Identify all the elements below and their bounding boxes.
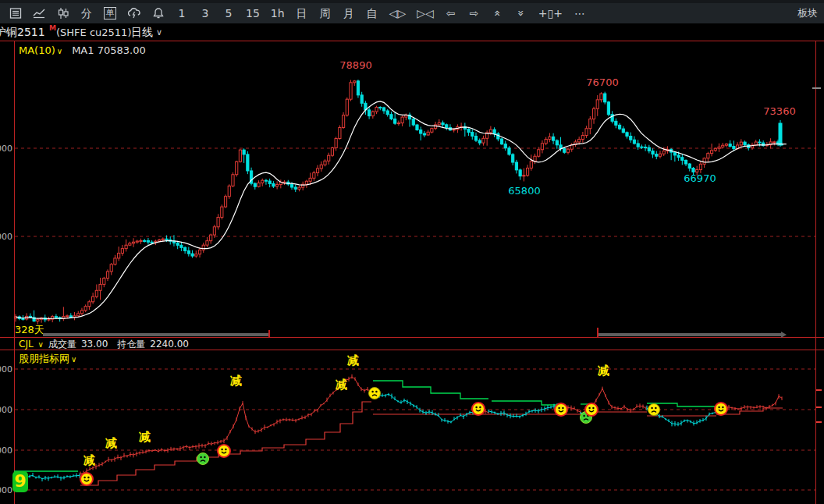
candle-body [416,125,418,130]
candle-body [176,243,179,245]
candle-body [725,144,727,146]
candle-body [228,186,230,196]
price-annotation: 73360 [763,105,795,117]
period-custom[interactable]: 自 [366,7,378,20]
candle-body [641,147,643,147]
indicator-price-line [80,377,371,474]
candle-body [423,133,425,135]
candle-body [427,132,429,135]
candle-body [69,316,72,318]
candle-body [382,108,385,111]
kline-icon[interactable] [57,7,69,20]
scrollbar-thumb-left[interactable] [43,333,269,336]
board-tab[interactable]: 板块 [797,6,818,20]
candle-body [397,123,400,124]
cloud-sync-icon[interactable] [127,7,141,20]
ma-value: MA1 70583.00 [64,44,146,56]
chevron-down-icon[interactable]: ∨ [38,340,44,349]
candle-body [106,272,108,279]
sub-indicator-label[interactable]: 股朋指标网 [19,353,69,364]
period-5min[interactable]: 5 [222,7,235,20]
period-day[interactable]: 日 [296,7,308,20]
ma-label[interactable]: MA(10) [19,44,55,56]
page-up-icon[interactable]: « [492,7,504,20]
symbol-name[interactable]: 沪铜2511 [0,26,45,40]
candle-body [371,112,374,116]
zoom-out-bars-icon[interactable]: ◁▷ [389,7,407,20]
candle-body [512,154,514,162]
candle-body [474,137,477,140]
more-tools-icon[interactable]: ⋯ [574,7,586,20]
upper-stop-line [373,381,488,399]
cjl-label[interactable]: CJL [19,339,34,350]
alert-bell-icon[interactable] [152,7,165,20]
candle-body [652,151,654,154]
candle-body [467,129,470,132]
candle-body [342,115,344,128]
candle-body [677,155,680,158]
chevron-down-icon[interactable]: ∨ [55,47,64,55]
candle-body [80,311,83,314]
insert-pane-icon[interactable]: +▯+ [538,7,563,20]
candle-body [298,187,300,189]
candle-body [151,242,153,243]
candle-body [446,125,448,128]
candle-body [195,254,197,256]
candle-body [162,239,164,240]
lower-stop-line [559,412,647,414]
left-axis-label: 000 [0,445,12,456]
candle-body [236,161,238,175]
zoom-in-bars-icon[interactable]: ▷◁ [417,7,434,20]
candle-body [265,180,267,181]
quote-list-icon[interactable] [9,7,22,20]
candle-body [526,168,528,175]
candle-body [202,245,204,250]
candle-body [221,207,223,217]
candle-body [434,125,436,129]
candle-body [545,139,547,143]
candle-body [707,154,709,158]
period-1hour[interactable]: 1h [271,7,285,20]
candle-body [213,227,215,235]
scrollbar-arrow [781,332,787,338]
upper-stop-line [492,401,559,405]
period-15min[interactable]: 15 [246,7,260,20]
candle-body [224,197,226,207]
order-ticket-icon[interactable]: 单 [104,7,116,20]
indicator-sub-chart[interactable]: 000000000000 [0,350,824,504]
lower-stop-line [80,402,371,485]
candle-body [316,169,318,173]
period-3min[interactable]: 3 [199,7,211,20]
scrollbar-marker [268,330,270,337]
candle-body [471,133,474,137]
candle-body [191,254,194,256]
pan-left-icon[interactable]: ⇦ [445,7,457,20]
candle-body [350,83,352,99]
candle-body [578,139,581,141]
main-chart[interactable]: 0000007889076700733606580066970 [0,41,824,337]
scrollbar-thumb-right[interactable] [598,333,781,336]
period-1min[interactable]: 1 [176,7,188,20]
chevron-down-icon[interactable]: ∨ [69,355,76,364]
candle-body [684,160,687,164]
candle-body [357,81,359,95]
minute-chart-icon[interactable]: 分 [80,7,93,20]
page-down-icon[interactable]: » [515,7,527,20]
candle-body [618,125,620,129]
chevron-down-icon[interactable]: ∨ [156,27,162,37]
left-axis-label: 000 [0,144,12,154]
period-month[interactable]: 月 [343,7,355,20]
period-week[interactable]: 周 [319,7,332,20]
candle-body [386,111,389,115]
lower-stop-line [716,408,783,414]
period-selector[interactable]: 日线 [131,26,153,40]
last-candle-body [779,123,782,145]
pan-right-icon[interactable]: ⇨ [468,7,481,20]
candle-body [328,155,330,161]
candle-body [500,139,503,144]
candle-body [110,264,112,272]
candle-body [541,144,543,150]
candle-body [258,183,260,186]
trend-line-icon[interactable] [33,7,46,20]
symbol-code: (SHFE cu2511) [56,27,131,38]
